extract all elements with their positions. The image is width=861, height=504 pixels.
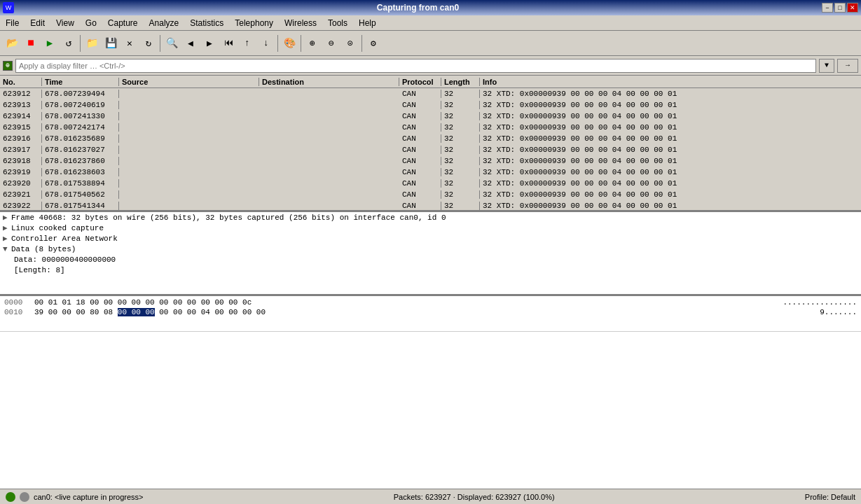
start-capture-button[interactable]: ▶	[41, 34, 59, 52]
table-row[interactable]: 623922 678.017541344 CAN 32 32 XTD: 0x00…	[0, 200, 861, 210]
menu-item-view[interactable]: View	[50, 15, 80, 30]
go-forward-button[interactable]: ▶	[200, 34, 219, 52]
go-back-button[interactable]: ◀	[181, 34, 200, 52]
titlebar-icon: W	[3, 2, 14, 13]
stop-capture-button[interactable]: ■	[22, 34, 40, 52]
find-button[interactable]: 🔍	[163, 34, 181, 52]
table-row[interactable]: 623912 678.007239494 CAN 32 32 XTD: 0x00…	[0, 88, 861, 99]
table-row[interactable]: 623918 678.016237860 CAN 32 32 XTD: 0x00…	[0, 155, 861, 167]
titlebar: W Capturing from can0 − □ ✕	[0, 0, 861, 15]
save-button[interactable]: 💾	[102, 34, 120, 52]
maximize-button[interactable]: □	[834, 3, 846, 13]
go-prev-button[interactable]: ↑	[238, 34, 256, 52]
open-file-button[interactable]: 📂	[3, 34, 21, 52]
col-header-info: Info	[480, 78, 861, 86]
filter-apply-button[interactable]: →	[837, 59, 858, 73]
col-header-length: Length	[441, 78, 480, 86]
column-prefs-button[interactable]: ⚙	[364, 34, 383, 52]
packet-list: No. Time Source Destination Protocol Len…	[0, 76, 861, 212]
col-header-protocol: Protocol	[399, 78, 441, 86]
table-row[interactable]: 623919 678.016238603 CAN 32 32 XTD: 0x00…	[0, 167, 861, 178]
detail-row[interactable]: ▶Frame 40668: 32 bytes on wire (256 bits…	[0, 212, 861, 223]
toolbar-sep-3	[277, 35, 278, 52]
menu-item-wireless[interactable]: Wireless	[279, 15, 322, 30]
packet-list-header: No. Time Source Destination Protocol Len…	[0, 76, 861, 88]
statusbar-left: can0: <live capture in progress>	[6, 492, 144, 502]
open-button[interactable]: 📁	[83, 34, 101, 52]
col-header-destination: Destination	[259, 78, 399, 86]
reload-button[interactable]: ↻	[139, 34, 158, 52]
menu-item-statistics[interactable]: Statistics	[184, 15, 229, 30]
toolbar-sep-1	[80, 35, 81, 52]
menubar: FileEditViewGoCaptureAnalyzeStatisticsTe…	[0, 15, 861, 31]
detail-row[interactable]: ▶Controller Area Network	[0, 233, 861, 244]
menu-item-help[interactable]: Help	[353, 15, 382, 30]
restart-capture-button[interactable]: ↺	[60, 34, 78, 52]
table-row[interactable]: 623920 678.017538894 CAN 32 32 XTD: 0x00…	[0, 178, 861, 189]
table-row[interactable]: 623917 678.016237027 CAN 32 32 XTD: 0x00…	[0, 144, 861, 155]
statusbar-capture-text: can0: <live capture in progress>	[34, 493, 144, 501]
detail-row[interactable]: ▶Linux cooked capture	[0, 223, 861, 233]
filter-dropdown-button[interactable]: ▼	[819, 59, 834, 73]
packet-list-body: 623912 678.007239494 CAN 32 32 XTD: 0x00…	[0, 88, 861, 210]
close-button[interactable]: ✕	[847, 3, 858, 13]
menu-item-capture[interactable]: Capture	[102, 15, 144, 30]
filter-label: ⊕	[3, 61, 13, 71]
menu-item-file[interactable]: File	[0, 15, 25, 30]
bytes-row: 000000 01 01 18 00 00 00 00 00 00 00 00 …	[4, 298, 857, 307]
packet-detail: ▶Frame 40668: 32 bytes on wire (256 bits…	[0, 212, 861, 296]
toolbar-sep-2	[160, 35, 160, 52]
menu-item-edit[interactable]: Edit	[25, 15, 50, 30]
table-row[interactable]: 623921 678.017540562 CAN 32 32 XTD: 0x00…	[0, 189, 861, 200]
minimize-button[interactable]: −	[822, 3, 833, 13]
colorize-button[interactable]: 🎨	[280, 34, 298, 52]
col-header-time: Time	[42, 78, 119, 86]
toolbar: 📂 ■ ▶ ↺ 📁 💾 ✕ ↻ 🔍 ◀ ▶ ⏮ ↑ ↓ 🎨 ⊕ ⊖ ⊙ ⚙	[0, 31, 861, 56]
statusbar-profile: Profile: Default	[805, 493, 855, 501]
filter-input[interactable]	[15, 59, 816, 73]
toolbar-sep-5	[361, 35, 362, 52]
filterbar: ⊕ ▼ →	[0, 56, 861, 76]
menu-item-go[interactable]: Go	[80, 15, 102, 30]
go-next-button[interactable]: ↓	[257, 34, 275, 52]
go-first-button[interactable]: ⏮	[219, 34, 237, 52]
col-header-source: Source	[119, 78, 259, 86]
bytes-row: 001039 00 00 00 80 08 00 00 00 00 00 00 …	[4, 307, 857, 317]
detail-row[interactable]: Data: 0000000400000000	[0, 254, 861, 265]
packet-bytes: 000000 01 01 18 00 00 00 00 00 00 00 00 …	[0, 296, 861, 331]
detail-row[interactable]: ▼Data (8 bytes)	[0, 244, 861, 254]
titlebar-controls: − □ ✕	[822, 3, 858, 13]
menu-item-tools[interactable]: Tools	[322, 15, 353, 30]
zoom-reset-button[interactable]: ⊙	[341, 34, 359, 52]
menu-item-telephony[interactable]: Telephony	[229, 15, 279, 30]
table-row[interactable]: 623914 678.007241330 CAN 32 32 XTD: 0x00…	[0, 111, 861, 122]
table-row[interactable]: 623913 678.007240619 CAN 32 32 XTD: 0x00…	[0, 99, 861, 111]
detail-row[interactable]: [Length: 8]	[0, 265, 861, 275]
col-header-no: No.	[0, 78, 42, 86]
close-capture-button[interactable]: ✕	[120, 34, 139, 52]
table-row[interactable]: 623916 678.016235689 CAN 32 32 XTD: 0x00…	[0, 133, 861, 144]
capture-status-icon	[6, 492, 15, 502]
titlebar-title: Capturing from can0	[14, 3, 822, 13]
menu-item-analyze[interactable]: Analyze	[144, 15, 185, 30]
bytes-extra-area	[0, 331, 861, 489]
capture-status-icon2	[20, 492, 29, 502]
zoom-out-button[interactable]: ⊖	[322, 34, 340, 52]
zoom-in-button[interactable]: ⊕	[303, 34, 322, 52]
toolbar-sep-4	[301, 35, 301, 52]
statusbar: can0: <live capture in progress> Packets…	[0, 489, 861, 504]
statusbar-stats: Packets: 623927 · Displayed: 623927 (100…	[394, 493, 555, 501]
table-row[interactable]: 623915 678.007242174 CAN 32 32 XTD: 0x00…	[0, 122, 861, 133]
